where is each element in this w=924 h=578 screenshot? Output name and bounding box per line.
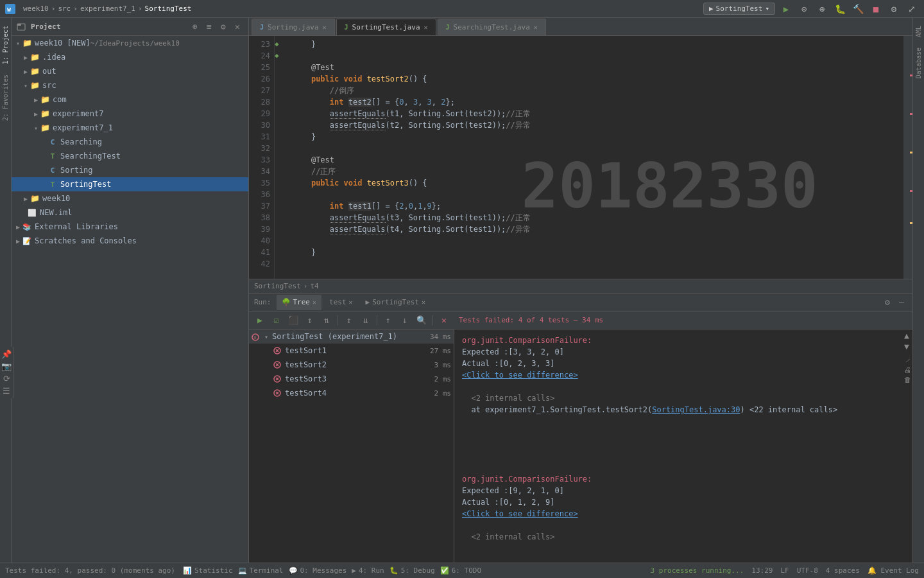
run-button[interactable]: ▶: [779, 2, 793, 16]
tree-item-SearchingTest[interactable]: T SearchingTest: [12, 149, 248, 163]
sidebar-tab-project[interactable]: 1: Project: [1, 21, 10, 69]
tab-close-test[interactable]: ✕: [349, 299, 353, 306]
tree-arrow: [42, 138, 47, 146]
tab-sortingtest[interactable]: ▶ SortingTest ✕: [361, 295, 431, 310]
tab-close-sorting[interactable]: ✕: [323, 24, 327, 31]
test-item-testSort3[interactable]: testSort3 2 ms: [249, 372, 454, 386]
tree-item-experiment7[interactable]: ▶ 📁 experiment7: [12, 107, 248, 121]
minimize-run-btn[interactable]: —: [896, 297, 907, 308]
tree-item-src[interactable]: ▾ 📁 src: [12, 78, 248, 92]
sidebar-tab-favorites[interactable]: 2: Favorites: [1, 69, 10, 126]
diff-link-1[interactable]: <Click to see difference>: [462, 371, 578, 380]
build-button[interactable]: 🔨: [851, 2, 865, 16]
close-fail-btn[interactable]: ✕: [437, 313, 451, 328]
tab-close-tree[interactable]: ✕: [312, 299, 316, 306]
rerun-failed-btn[interactable]: ☑: [270, 313, 284, 328]
status-lf[interactable]: LF: [780, 566, 789, 575]
output-panel[interactable]: org.junit.ComparisonFailure: Expected :[…: [454, 329, 912, 563]
scroll-up-btn[interactable]: ▲: [904, 331, 911, 340]
messages-tab[interactable]: 💬 0: Messages: [289, 566, 347, 575]
run-label: Run:: [254, 298, 271, 306]
coverage-button[interactable]: ⊙: [797, 2, 811, 16]
tree-item-experiment7_1[interactable]: ▾ 📁 experiment7_1: [12, 121, 248, 135]
statistic-tab[interactable]: 📊 Statistic: [183, 566, 233, 575]
code-editor: 20182330 23 24 25 26 27 28 29 30 31 32 3…: [249, 36, 912, 279]
editor-scrollbar[interactable]: [903, 36, 912, 279]
line-numbers: 23 24 25 26 27 28 29 30 31 32 33 34 35 3…: [249, 36, 275, 279]
tab-sorting-java[interactable]: J Sorting.java ✕: [252, 19, 335, 35]
test-item-testSort1[interactable]: testSort1 27 ms: [249, 344, 454, 358]
tree-item-week10sub[interactable]: ▶ 📁 week10: [12, 191, 248, 206]
diff-link-2[interactable]: <Click to see difference>: [462, 509, 578, 518]
tree-item-week10[interactable]: ▾ 📁 week10 [NEW] ~/IdeaProjects/week10: [12, 36, 248, 50]
collapse-tests-btn[interactable]: ⇊: [359, 313, 373, 328]
tree-item-idea[interactable]: ▶ 📁 .idea: [12, 50, 248, 64]
expand-tests-btn[interactable]: ↕: [342, 313, 356, 328]
settings-run-btn[interactable]: ⚙: [882, 297, 893, 308]
terminal-tab[interactable]: 💻 Terminal: [238, 566, 284, 575]
tree-item-Searching[interactable]: C Searching: [12, 135, 248, 149]
debug-button[interactable]: 🐛: [833, 2, 847, 16]
folder-icon: 📁: [30, 52, 40, 62]
tree-item-Sorting[interactable]: C Sorting: [12, 163, 248, 177]
tab-tree[interactable]: 🌳 Tree ✕: [277, 295, 322, 310]
left-sidebar: 1: Project 2: Favorites: [0, 18, 12, 563]
java-test-icon: T: [47, 179, 58, 189]
expand-button[interactable]: ⤢: [905, 2, 919, 16]
sidebar-right-aml[interactable]: AML: [914, 21, 923, 42]
source-link-1[interactable]: SortingTest.java:30: [652, 405, 740, 414]
locate-btn[interactable]: ⊕: [189, 21, 201, 33]
status-event-log[interactable]: 🔔 Event Log: [868, 566, 919, 575]
test-item-testSort4[interactable]: testSort4 2 ms: [249, 386, 454, 400]
tree-item-scratches[interactable]: ▶ 📝 Scratches and Consoles: [12, 234, 248, 248]
panel-title: Project: [31, 22, 184, 31]
status-indent[interactable]: 4 spaces: [826, 566, 860, 575]
delete-output-btn[interactable]: 🗑: [904, 376, 911, 384]
sidebar-right-database[interactable]: Database: [914, 42, 923, 83]
run-tab[interactable]: ▶ 4: Run: [352, 566, 384, 575]
tree-item-extlibs[interactable]: ▶ 📚 External Libraries: [12, 220, 248, 234]
profile-button[interactable]: ⊕: [815, 2, 829, 16]
next-fail-btn[interactable]: ↓: [398, 313, 412, 328]
project-tree: ▾ 📁 week10 [NEW] ~/IdeaProjects/week10 ▶…: [12, 36, 248, 563]
tab-searchingtest-java[interactable]: J SearchingTest.java ✕: [438, 19, 546, 35]
todo-tab[interactable]: ✅ 6: TODO: [440, 566, 481, 575]
rerun-btn[interactable]: ▶: [253, 313, 267, 328]
sort-dur-btn[interactable]: ⇅: [320, 313, 334, 328]
tab-close-sortingtest-run[interactable]: ✕: [422, 299, 425, 306]
status-right: 3 processes running... 13:29 LF UTF-8 4 …: [651, 566, 919, 575]
tree-item-newiml[interactable]: ⬜ NEW.iml: [12, 206, 248, 220]
tab-test[interactable]: test ✕: [324, 295, 358, 310]
test-suite-item[interactable]: ✕ ▾ SortingTest (experiment7_1) 34 ms: [249, 329, 454, 344]
tree-arrow: [42, 152, 47, 160]
sort-alpha-btn[interactable]: ↕: [303, 313, 317, 328]
test-tree: ✕ ▾ SortingTest (experiment7_1) 34 ms: [249, 329, 454, 563]
stop-test-btn[interactable]: ⬛: [286, 313, 300, 328]
print-btn[interactable]: 🖨: [904, 366, 911, 374]
tab-sortingtest-java[interactable]: J SortingTest.java ✕: [336, 19, 436, 35]
tree-item-out[interactable]: ▶ 📁 out: [12, 64, 248, 78]
prev-fail-btn[interactable]: ↑: [381, 313, 395, 328]
settings-button[interactable]: ⚙: [887, 2, 901, 16]
folder-icon: 📁: [30, 193, 40, 204]
search-tests-btn[interactable]: 🔍: [415, 313, 429, 328]
tab-close-searchingtest[interactable]: ✕: [534, 24, 538, 31]
scroll-down-btn[interactable]: ▼: [904, 342, 911, 351]
stop-button[interactable]: ■: [869, 2, 883, 16]
tab-close-sortingtest[interactable]: ✕: [424, 24, 428, 31]
java-test-icon: T: [47, 151, 58, 161]
code-content[interactable]: } @Test public void testSort2() { //倒序 i…: [287, 36, 903, 279]
panel-header: Project ⊕ ≡ ⚙ ✕: [12, 18, 248, 36]
close-panel-btn[interactable]: ✕: [232, 21, 243, 33]
settings-btn[interactable]: ⚙: [218, 21, 229, 33]
soft-wrap-btn[interactable]: ⟋: [904, 356, 911, 365]
status-charset[interactable]: UTF-8: [797, 566, 818, 575]
test-item-testSort2[interactable]: testSort2 3 ms: [249, 358, 454, 372]
folder-icon: 📁: [30, 66, 40, 76]
tree-item-SortingTest[interactable]: T SortingTest: [12, 177, 248, 191]
collapse-btn[interactable]: ≡: [203, 21, 215, 33]
tree-item-com[interactable]: ▶ 📁 com: [12, 92, 248, 107]
debug-tab[interactable]: 🐛 5: Debug: [389, 566, 435, 575]
top-bar: w week10 › src › experiment7_1 › Sorting…: [0, 0, 924, 18]
run-config-dropdown[interactable]: ▶ SortingTest ▾: [703, 3, 775, 15]
